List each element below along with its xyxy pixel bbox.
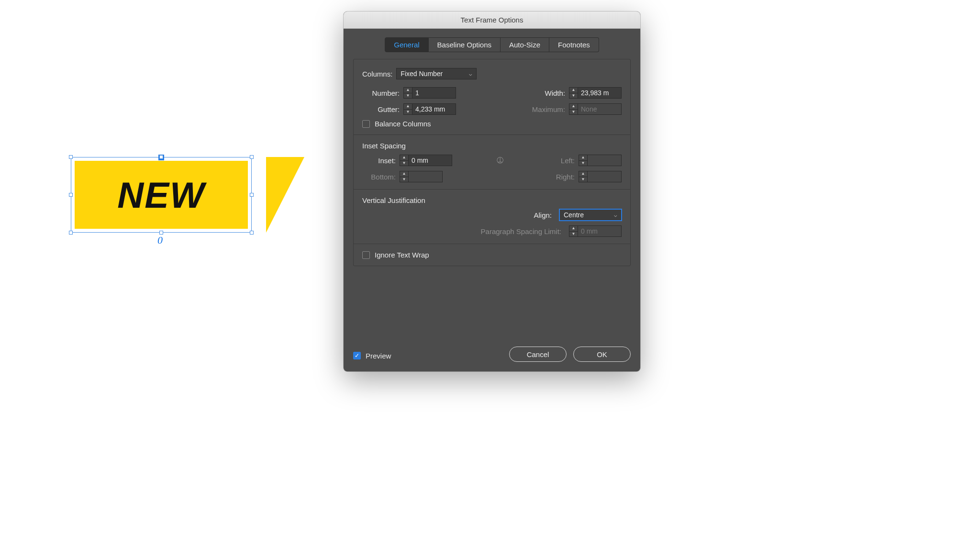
inset-spacing-title: Inset Spacing — [362, 142, 622, 150]
width-stepper[interactable]: ▲▼ — [569, 87, 622, 99]
stepper-down-icon: ▼ — [569, 109, 578, 115]
general-group: Columns: Fixed Number ⌵ Number: ▲▼ Width… — [353, 59, 631, 266]
left-label: Left: — [548, 157, 575, 165]
resize-handle-tl[interactable] — [69, 155, 73, 159]
balance-columns-checkbox[interactable] — [362, 120, 370, 128]
stepper-down-icon: ▼ — [579, 160, 587, 166]
stepper-down-icon[interactable]: ▼ — [569, 93, 578, 99]
align-value: Centre — [564, 211, 584, 219]
dialog-title: Text Frame Options — [461, 16, 523, 24]
stepper-up-icon[interactable]: ▲ — [569, 88, 578, 93]
left-stepper: ▲▼ — [579, 155, 622, 166]
tab-baseline-options[interactable]: Baseline Options — [429, 37, 501, 52]
stepper-down-icon[interactable]: ▼ — [404, 93, 412, 99]
resize-handle-bl[interactable] — [69, 231, 73, 235]
gutter-input[interactable] — [412, 103, 456, 115]
text-frame-selection[interactable]: 0 — [71, 157, 252, 233]
dialog-titlebar[interactable]: Text Frame Options — [344, 11, 640, 29]
bottom-stepper: ▲▼ — [400, 171, 443, 182]
gutter-label: Gutter: — [362, 105, 400, 113]
resize-handle-br[interactable] — [250, 231, 254, 235]
columns-type-value: Fixed Number — [401, 70, 443, 78]
maximum-input — [578, 103, 622, 115]
stepper-down-icon[interactable]: ▼ — [400, 160, 408, 166]
tabs: General Baseline Options Auto-Size Footn… — [385, 37, 599, 52]
preview-label: Preview — [366, 352, 391, 360]
balance-columns-label: Balance Columns — [375, 120, 431, 128]
vertical-justification-title: Vertical Justification — [362, 196, 622, 204]
maximum-label: Maximum: — [521, 105, 565, 113]
left-input — [587, 155, 622, 166]
maximum-stepper: ▲▼ — [569, 103, 622, 115]
link-icon[interactable]: ⦹ — [493, 156, 507, 166]
stepper-up-icon: ▲ — [400, 171, 408, 177]
resize-handle-ml[interactable] — [69, 193, 73, 197]
align-select[interactable]: Centre ⌵ — [559, 209, 622, 221]
tab-footnotes[interactable]: Footnotes — [549, 37, 599, 52]
tab-auto-size[interactable]: Auto-Size — [501, 37, 549, 52]
number-input[interactable] — [412, 87, 456, 99]
gutter-stepper[interactable]: ▲▼ — [403, 103, 456, 115]
stepper-up-icon[interactable]: ▲ — [400, 155, 408, 160]
inset-stepper[interactable]: ▲▼ — [400, 155, 452, 166]
number-stepper[interactable]: ▲▼ — [403, 87, 456, 99]
text-frame-options-dialog: Text Frame Options General Baseline Opti… — [344, 11, 640, 371]
triangle-shape — [266, 157, 304, 233]
stepper-down-icon: ▼ — [400, 177, 408, 182]
preview-checkbox[interactable]: ✓ — [353, 352, 361, 359]
align-label: Align: — [534, 211, 552, 219]
width-input[interactable] — [578, 87, 622, 99]
stepper-up-icon[interactable]: ▲ — [404, 88, 412, 93]
chevron-down-icon: ⌵ — [614, 212, 617, 218]
cancel-button[interactable]: Cancel — [509, 347, 567, 362]
chevron-down-icon: ⌵ — [469, 71, 472, 77]
columns-type-select[interactable]: Fixed Number ⌵ — [396, 68, 477, 79]
bottom-label: Bottom: — [362, 173, 396, 181]
resize-handle-tr[interactable] — [250, 155, 254, 159]
paragraph-spacing-limit-label: Paragraph Spacing Limit: — [481, 227, 561, 235]
resize-handle-tm[interactable] — [159, 155, 163, 159]
stepper-up-icon: ▲ — [569, 226, 578, 231]
inset-input[interactable] — [408, 155, 452, 166]
stepper-down-icon: ▼ — [579, 177, 587, 182]
paragraph-spacing-limit-stepper: ▲▼ — [569, 225, 622, 237]
right-input — [587, 171, 622, 182]
ignore-text-wrap-label: Ignore Text Wrap — [375, 251, 429, 259]
canvas: NEW 0 — [0, 0, 335, 538]
stepper-up-icon: ▲ — [579, 155, 587, 160]
number-label: Number: — [362, 89, 400, 97]
stepper-down-icon: ▼ — [569, 231, 578, 237]
ignore-text-wrap-checkbox[interactable] — [362, 251, 370, 259]
ok-button[interactable]: OK — [573, 347, 631, 362]
resize-handle-mr[interactable] — [250, 193, 254, 197]
width-label: Width: — [532, 89, 565, 97]
baseline-indicator: 0 — [157, 234, 163, 247]
stepper-down-icon[interactable]: ▼ — [404, 109, 412, 115]
tab-general[interactable]: General — [385, 37, 428, 52]
columns-label: Columns: — [362, 70, 392, 78]
stepper-up-icon[interactable]: ▲ — [404, 104, 412, 109]
right-stepper: ▲▼ — [579, 171, 622, 182]
stepper-up-icon: ▲ — [579, 171, 587, 177]
stepper-up-icon: ▲ — [569, 104, 578, 109]
right-label: Right: — [548, 173, 575, 181]
bottom-input — [408, 171, 443, 182]
paragraph-spacing-limit-input — [578, 225, 622, 237]
inset-label: Inset: — [362, 157, 396, 165]
